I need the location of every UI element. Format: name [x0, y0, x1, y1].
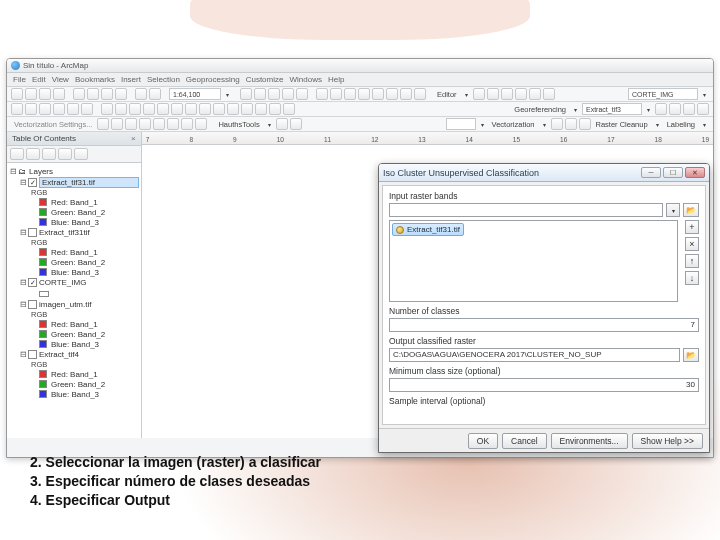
editor-tool-c[interactable] [501, 88, 513, 100]
corte-drop-icon[interactable]: ▾ [700, 88, 709, 100]
editor-label[interactable]: Editor [434, 90, 460, 99]
toc-tab-5[interactable] [74, 148, 88, 160]
tool3-d[interactable] [139, 118, 151, 130]
input-bands-listbox[interactable]: Extract_tif31.tif [389, 220, 678, 302]
pan-button[interactable] [39, 103, 51, 115]
labeling-label[interactable]: Labeling [664, 120, 698, 129]
tool-g[interactable] [330, 88, 342, 100]
expander-icon[interactable]: ⊟ [19, 178, 28, 187]
tool2-f[interactable] [241, 103, 253, 115]
min-class-input[interactable]: 30 [389, 378, 699, 392]
paste-button[interactable] [101, 88, 113, 100]
georef-tool-a[interactable] [655, 103, 667, 115]
goto-button[interactable] [157, 103, 169, 115]
menu-edit[interactable]: Edit [32, 75, 46, 84]
tool-e[interactable] [296, 88, 308, 100]
vect-tool-c[interactable] [579, 118, 591, 130]
identify-button[interactable] [115, 103, 127, 115]
zoom-out-button[interactable] [25, 103, 37, 115]
input-bands-tag[interactable]: Extract_tif31.tif [392, 223, 464, 236]
tool-b[interactable] [254, 88, 266, 100]
vect-tool-b[interactable] [565, 118, 577, 130]
num-classes-input[interactable]: 7 [389, 318, 699, 332]
layer-row-3[interactable]: ⊟ imagen_utm.tif [9, 299, 139, 310]
tool2-b[interactable] [185, 103, 197, 115]
tool3-j[interactable] [290, 118, 302, 130]
editor-tool-b[interactable] [487, 88, 499, 100]
toc-tab-1[interactable] [10, 148, 24, 160]
menu-geoprocessing[interactable]: Geoprocessing [186, 75, 240, 84]
expander-icon[interactable]: ⊟ [19, 278, 28, 287]
prev-extent-button[interactable] [67, 103, 79, 115]
tool-d[interactable] [282, 88, 294, 100]
editor-tool-e[interactable] [529, 88, 541, 100]
tool3-h[interactable] [195, 118, 207, 130]
georef-tool-c[interactable] [683, 103, 695, 115]
redo-button[interactable] [149, 88, 161, 100]
show-help-button[interactable]: Show Help >> [632, 433, 703, 449]
move-up-button[interactable]: ↑ [685, 254, 699, 268]
expander-icon[interactable]: ⊟ [19, 350, 28, 359]
editor-tool-f[interactable] [543, 88, 555, 100]
georef-layer-drop-icon[interactable]: ▾ [644, 103, 653, 115]
minimize-button[interactable]: ─ [641, 167, 661, 178]
tool3-f[interactable] [167, 118, 179, 130]
tool3-g[interactable] [181, 118, 193, 130]
menu-insert[interactable]: Insert [121, 75, 141, 84]
georef-drop-icon[interactable]: ▾ [571, 103, 580, 115]
input-bands-drop-icon[interactable]: ▾ [666, 203, 680, 217]
input-bands-browse-button[interactable]: 📂 [683, 203, 699, 217]
remove-button[interactable]: × [685, 237, 699, 251]
tool2-e[interactable] [227, 103, 239, 115]
tool-l[interactable] [400, 88, 412, 100]
tree-root[interactable]: ⊟ 🗂 Layers [9, 166, 139, 177]
corte-combo[interactable]: CORTE_IMG [628, 88, 698, 100]
vect-tool-a[interactable] [551, 118, 563, 130]
hauths-drop-icon[interactable]: ▾ [265, 118, 274, 130]
measure-button[interactable] [129, 103, 141, 115]
select-button[interactable] [101, 103, 113, 115]
toc-tab-3[interactable] [42, 148, 56, 160]
tool2-h[interactable] [269, 103, 281, 115]
tool3-b[interactable] [111, 118, 123, 130]
tool-h[interactable] [344, 88, 356, 100]
layer-checkbox[interactable] [28, 350, 37, 359]
save-button[interactable] [39, 88, 51, 100]
environments-button[interactable]: Environments... [551, 433, 628, 449]
georef-tool-b[interactable] [669, 103, 681, 115]
menu-file[interactable]: File [13, 75, 26, 84]
find-button[interactable] [143, 103, 155, 115]
expander-icon[interactable]: ⊟ [9, 167, 18, 176]
menu-windows[interactable]: Windows [289, 75, 321, 84]
tool-f[interactable] [316, 88, 328, 100]
toc-close-icon[interactable]: × [131, 134, 136, 143]
maximize-button[interactable]: ☐ [663, 167, 683, 178]
zoom-in-button[interactable] [11, 103, 23, 115]
tool-m[interactable] [414, 88, 426, 100]
output-input[interactable]: C:\DOGAS\AGUA\GENOCERA 2017\CLUSTER_NO_S… [389, 348, 680, 362]
tool-i[interactable] [358, 88, 370, 100]
toc-tab-4[interactable] [58, 148, 72, 160]
tool2-c[interactable] [199, 103, 211, 115]
cut-button[interactable] [73, 88, 85, 100]
layer-row-4[interactable]: ⊟ Extract_tif4 [9, 349, 139, 360]
tool2-i[interactable] [283, 103, 295, 115]
tool3-i[interactable] [276, 118, 288, 130]
tool3-e[interactable] [153, 118, 165, 130]
vectorization-label[interactable]: Vectorization [489, 120, 538, 129]
layer-row-1[interactable]: ⊟ Extract_tif31tif [9, 227, 139, 238]
menu-selection[interactable]: Selection [147, 75, 180, 84]
input-bands-combo[interactable] [389, 203, 663, 217]
layer-row-2[interactable]: ⊟ ✓ CORTE_IMG [9, 277, 139, 288]
tool2-d[interactable] [213, 103, 225, 115]
layer-row-0[interactable]: ⊟ ✓ Extract_tif31.tif [9, 177, 139, 188]
vect-drop-icon[interactable]: ▾ [540, 118, 549, 130]
layer-checkbox[interactable] [28, 300, 37, 309]
layer-checkbox[interactable] [28, 228, 37, 237]
editor-tool-d[interactable] [515, 88, 527, 100]
expander-icon[interactable]: ⊟ [19, 300, 28, 309]
combo-small-drop-icon[interactable]: ▾ [478, 118, 487, 130]
menu-customize[interactable]: Customize [246, 75, 284, 84]
raster-cleanup-drop-icon[interactable]: ▾ [653, 118, 662, 130]
editor-drop-icon[interactable]: ▾ [462, 88, 471, 100]
